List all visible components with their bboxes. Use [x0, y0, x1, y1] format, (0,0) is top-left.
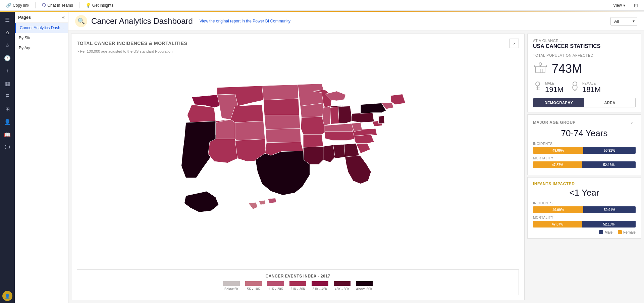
- incidents-label-1: INCIDENTS: [533, 142, 636, 146]
- nav-data[interactable]: ▦: [1, 78, 14, 90]
- pop-svg: [533, 60, 548, 75]
- legend-item-1: 5K - 10K: [245, 281, 262, 291]
- age-nav-arrow[interactable]: ›: [628, 119, 636, 126]
- gender-row: MALE 191M: [533, 81, 636, 94]
- sidebar: Pages « Cancer Analytics Dash... By Site…: [15, 12, 68, 303]
- nav-plus[interactable]: ＋: [1, 65, 14, 77]
- svg-point-10: [536, 82, 540, 86]
- legend-color-5: [334, 281, 351, 286]
- view-tabs: DEMOGRAPHY AREA: [533, 98, 636, 107]
- infants-mortality-orange-pct: 47.87%: [552, 222, 563, 226]
- legend-item-5: 46K - 60K: [334, 281, 351, 291]
- content-area: 🔍 Cancer Analytics Dashboard View the or…: [68, 12, 644, 303]
- mortality-navy-1: 52.13%: [582, 161, 636, 168]
- view-button[interactable]: View ▾: [610, 2, 629, 9]
- legend-item-4: 31K - 45K: [312, 281, 328, 291]
- legend-color-3: [289, 281, 306, 286]
- nav-star[interactable]: ☆: [1, 39, 14, 51]
- mf-legend: Male Female: [533, 230, 636, 234]
- infants-mortality-navy: 52.13%: [582, 221, 636, 228]
- legend-color-1: [245, 281, 262, 286]
- report-community-link[interactable]: View the original report in the Power BI…: [200, 19, 290, 23]
- legend-label-5: 46K - 60K: [335, 287, 350, 291]
- incidents-orange-pct-1: 49.09%: [552, 149, 564, 152]
- filter-select[interactable]: All: [610, 17, 637, 26]
- map-section: TOTAL CANCER INCIDENCES & MORTALITIES › …: [71, 34, 525, 300]
- legend-item-3: 21K - 30K: [289, 281, 306, 291]
- nav-profile[interactable]: 👤: [2, 291, 12, 301]
- female-item: FEMALE 181M: [570, 81, 601, 94]
- report-header: 🔍 Cancer Analytics Dashboard View the or…: [68, 12, 644, 31]
- nav-clock[interactable]: 🕐: [1, 52, 14, 64]
- insights-icon: 💡: [86, 3, 91, 8]
- nav-person[interactable]: 👤: [1, 116, 14, 128]
- left-nav: ☰ ⌂ ☆ 🕐 ＋ ▦ 🖥 ⊞ 👤 📖 🖵 👤: [0, 12, 15, 303]
- map-title: TOTAL CANCER INCIDENCES & MORTALITIES: [77, 41, 187, 46]
- legend-item-0: Below 5K: [223, 281, 240, 291]
- nav-screen[interactable]: 🖵: [1, 141, 14, 153]
- legend-title: CANCER EVENTS INDEX - 2017: [83, 274, 513, 279]
- tab-demography[interactable]: DEMOGRAPHY: [533, 98, 584, 107]
- nav-home[interactable]: ⌂: [1, 27, 14, 39]
- male-number: 191M: [545, 85, 564, 94]
- legend-box: CANCER EVENTS INDEX - 2017 Below 5K 5K -…: [77, 269, 519, 295]
- map-header: TOTAL CANCER INCIDENCES & MORTALITIES ›: [77, 39, 519, 48]
- copy-link-button[interactable]: 🔗 Copy link: [3, 1, 33, 9]
- get-insights-button[interactable]: 💡 Get insights: [82, 1, 117, 9]
- mortality-bar-1: 47.87% 52.13%: [533, 161, 636, 168]
- legend-label-6: Above 60K: [356, 287, 373, 291]
- topbar-right: View ▾ ⊡: [610, 1, 641, 9]
- female-info: FEMALE 181M: [582, 82, 601, 94]
- sidebar-collapse-icon[interactable]: «: [62, 14, 65, 20]
- infants-mortality-label: MORTALITY: [533, 216, 636, 219]
- infants-incidents-navy: 50.91%: [583, 206, 636, 213]
- female-icon: [570, 81, 580, 94]
- nav-monitor[interactable]: 🖥: [1, 90, 14, 102]
- chat-teams-button[interactable]: 🗨 Chat in Teams: [38, 1, 76, 9]
- map-subtitle: > Per 100,000 age adjusted to the US sta…: [77, 49, 519, 53]
- filter-dropdown-wrap: All ▾: [610, 17, 637, 26]
- infants-incidents-orange-pct: 49.09%: [552, 208, 564, 212]
- female-number: 181M: [582, 85, 601, 94]
- nav-create[interactable]: ⊞: [1, 103, 14, 115]
- divider: [35, 2, 36, 8]
- glance-card: AT A GLANCE... USA CANCER STATISTICS TOT…: [527, 34, 641, 112]
- male-icon: [533, 81, 542, 94]
- legend-male: Male: [599, 230, 612, 234]
- female-dot: [618, 230, 622, 234]
- infants-incidents-orange: 49.09%: [533, 206, 583, 213]
- teams-icon: 🗨: [42, 3, 46, 8]
- legend-female: Female: [618, 230, 636, 234]
- legend-label-3: 21K - 30K: [290, 287, 305, 291]
- nav-hamburger[interactable]: ☰: [1, 14, 14, 26]
- sidebar-item-by-age[interactable]: By Age: [15, 43, 68, 53]
- topbar: 🔗 Copy link 🗨 Chat in Teams 💡 Get insigh…: [0, 0, 644, 11]
- male-item: MALE 191M: [533, 81, 564, 94]
- sidebar-item-by-site[interactable]: By Site: [15, 33, 68, 43]
- nav-book[interactable]: 📖: [1, 129, 14, 141]
- legend-item-2: 11K - 20K: [267, 281, 284, 291]
- population-icon: [533, 60, 548, 77]
- total-pop-label: TOTAL POPULATION AFFECTED: [533, 53, 636, 57]
- map-nav-button[interactable]: ›: [509, 39, 519, 48]
- mortality-label-1: MORTALITY: [533, 156, 636, 160]
- incidents-orange-1: 49.09%: [533, 147, 583, 154]
- copy-icon: 🔗: [6, 3, 11, 8]
- male-label: MALE: [545, 82, 564, 85]
- minimize-button[interactable]: ⊡: [631, 1, 641, 9]
- legend-color-0: [223, 281, 240, 286]
- infants-mortality-orange: 47.87%: [533, 221, 582, 228]
- chevron-down-icon: ▾: [623, 3, 625, 8]
- usa-stats-title: USA CANCER STATISTICS: [533, 43, 636, 49]
- age-section-label: MAJOR AGE GROUP: [533, 120, 576, 125]
- legend-color-2: [267, 281, 284, 286]
- incidents-bar-1: 49.09% 50.91%: [533, 147, 636, 154]
- sidebar-item-dashboard[interactable]: Cancer Analytics Dash...: [15, 23, 68, 33]
- usa-map-svg: [160, 79, 435, 244]
- tab-area[interactable]: AREA: [584, 98, 635, 107]
- infants-incidents-label: INCIDENTS: [533, 201, 636, 205]
- legend-items: Below 5K 5K - 10K 11K - 20K 21K - 3: [83, 281, 513, 291]
- age-value: 70-74 Years: [533, 128, 636, 139]
- report-icon: 🔍: [75, 15, 87, 27]
- main-layout: ☰ ⌂ ☆ 🕐 ＋ ▦ 🖥 ⊞ 👤 📖 🖵 👤 Pages « Cancer A…: [0, 12, 644, 303]
